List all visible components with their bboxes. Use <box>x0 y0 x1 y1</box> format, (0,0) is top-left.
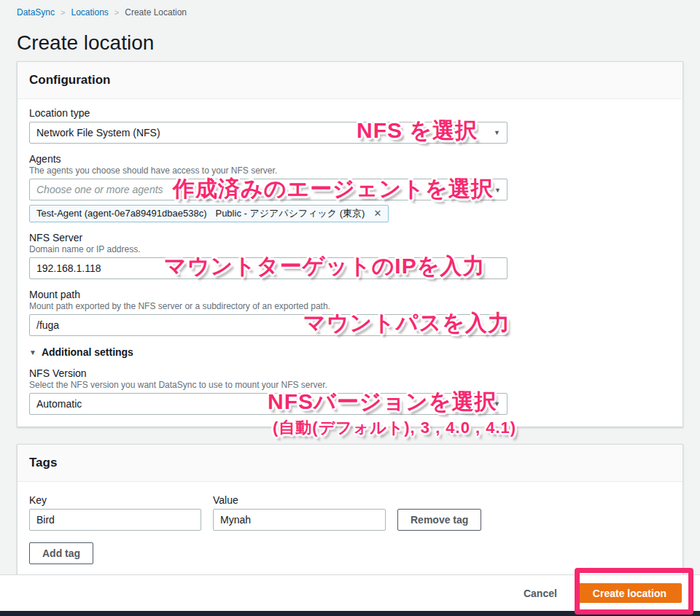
tags-body: Key Value Remove tag Add tag <box>18 482 682 579</box>
nfs-version-value: Automatic <box>36 398 82 410</box>
create-location-button[interactable]: Create location <box>578 583 682 603</box>
nfs-server-label: NFS Server <box>29 231 671 244</box>
add-tag-button[interactable]: Add tag <box>29 542 93 564</box>
agent-token: Test-Agent (agent-0e7a89491dbae538c) Pub… <box>29 205 389 222</box>
additional-settings-expander[interactable]: ▼ Additional settings <box>29 346 671 358</box>
triangle-down-icon: ▼ <box>29 348 36 356</box>
nfs-server-description: Domain name or IP address. <box>29 244 671 255</box>
configuration-header: Configuration <box>18 62 682 99</box>
remove-tag-button[interactable]: Remove tag <box>397 509 481 531</box>
additional-settings-label: Additional settings <box>42 346 133 358</box>
annotation-nfs-version-options: (自動(デフォルト), 3 , 4.0 , 4.1) <box>273 418 516 437</box>
breadcrumb-chevron-icon: > <box>61 8 65 17</box>
breadcrumb: DataSync > Locations > Create Location <box>17 0 683 17</box>
tags-header: Tags <box>18 445 682 482</box>
location-type-field: Location type Network File System (NFS) … <box>29 106 671 144</box>
mount-path-input[interactable] <box>29 314 508 336</box>
tag-value-column: Value <box>213 494 386 531</box>
agents-label: Agents <box>29 152 671 165</box>
location-type-label: Location type <box>29 106 671 120</box>
nfs-server-input[interactable] <box>29 257 508 279</box>
location-type-value: Network File System (NFS) <box>36 127 160 139</box>
chevron-down-icon: ▼ <box>494 129 500 136</box>
agent-token-detail: Public - アジアパシフィック (東京) <box>215 208 365 219</box>
footer-action-bar: Cancel Create location <box>0 574 700 611</box>
breadcrumb-locations-link[interactable]: Locations <box>71 7 108 17</box>
mount-path-field: Mount path Mount path exported by the NF… <box>29 288 671 336</box>
agent-token-name: Test-Agent (agent-0e7a89491dbae538c) <box>36 208 206 219</box>
nfs-server-field: NFS Server Domain name or IP address. マウ… <box>29 231 671 279</box>
nfs-version-description: Select the NFS version you want DataSync… <box>29 380 671 391</box>
mount-path-description: Mount path exported by the NFS server or… <box>29 301 671 312</box>
tag-row: Key Value Remove tag <box>29 494 671 531</box>
breadcrumb-current: Create Location <box>125 7 187 17</box>
remove-agent-icon[interactable]: ✕ <box>373 208 381 219</box>
tag-value-input[interactable] <box>213 509 386 531</box>
agents-description: The agents you choose should have access… <box>29 165 671 176</box>
tag-value-label: Value <box>213 494 386 507</box>
nfs-version-label: NFS Version <box>29 367 671 380</box>
configuration-card: Configuration Location type Network File… <box>17 61 683 427</box>
configuration-body: Location type Network File System (NFS) … <box>18 99 682 426</box>
page-title: Create location <box>17 31 683 55</box>
location-type-select[interactable]: Network File System (NFS) ▼ <box>29 122 508 144</box>
chevron-down-icon: ▼ <box>494 400 500 408</box>
breadcrumb-datasync-link[interactable]: DataSync <box>17 7 55 17</box>
tag-key-input[interactable] <box>29 509 201 531</box>
mount-path-label: Mount path <box>29 288 671 301</box>
nfs-version-field: NFS Version Select the NFS version you w… <box>29 367 671 415</box>
breadcrumb-chevron-icon: > <box>114 8 119 17</box>
cancel-button[interactable]: Cancel <box>524 588 557 599</box>
page-content: DataSync > Locations > Create Location C… <box>0 0 700 580</box>
tag-key-label: Key <box>29 494 201 507</box>
window-bottom-bar <box>0 611 700 616</box>
chevron-down-icon: ▼ <box>494 187 501 194</box>
nfs-version-select[interactable]: Automatic ▼ <box>29 393 508 415</box>
agents-input[interactable] <box>29 179 508 200</box>
tag-key-column: Key <box>29 494 201 531</box>
agents-field: Agents The agents you choose should have… <box>29 152 671 222</box>
tags-card: Tags Key Value Remove tag Add tag <box>17 444 683 580</box>
